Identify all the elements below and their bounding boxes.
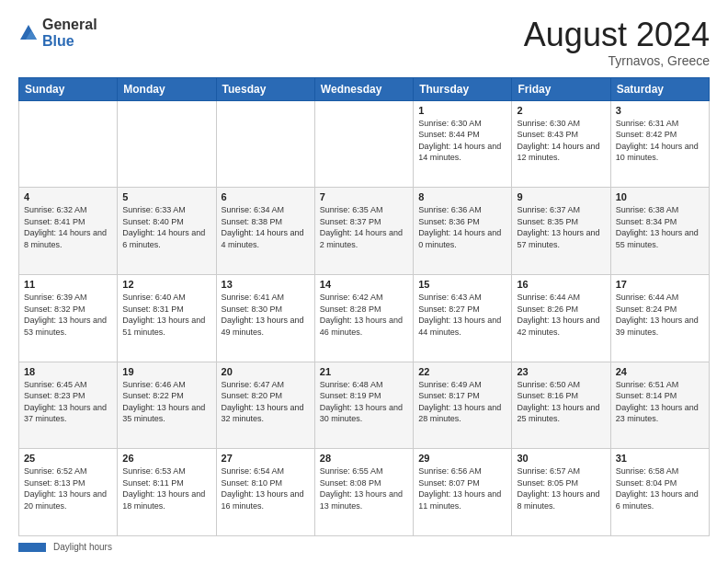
day-info: Sunrise: 6:38 AM Sunset: 8:34 PM Dayligh… bbox=[616, 204, 704, 250]
day-number: 22 bbox=[418, 366, 506, 377]
day-number: 4 bbox=[24, 191, 112, 202]
day-info: Sunrise: 6:44 AM Sunset: 8:26 PM Dayligh… bbox=[517, 292, 605, 338]
day-info: Sunrise: 6:56 AM Sunset: 8:07 PM Dayligh… bbox=[418, 465, 506, 511]
day-number: 7 bbox=[320, 191, 408, 202]
header-day-wednesday: Wednesday bbox=[314, 77, 413, 100]
day-number: 13 bbox=[222, 279, 310, 290]
calendar-cell: 6Sunrise: 6:34 AM Sunset: 8:38 PM Daylig… bbox=[216, 188, 314, 275]
calendar-cell: 22Sunrise: 6:49 AM Sunset: 8:17 PM Dayli… bbox=[414, 362, 512, 449]
page: General Blue August 2024 Tyrnavos, Greec… bbox=[0, 0, 728, 563]
calendar-cell: 26Sunrise: 6:53 AM Sunset: 8:11 PM Dayli… bbox=[118, 449, 216, 536]
day-info: Sunrise: 6:43 AM Sunset: 8:27 PM Dayligh… bbox=[418, 292, 506, 338]
week-row-1: 4Sunrise: 6:32 AM Sunset: 8:41 PM Daylig… bbox=[19, 188, 710, 275]
logo-icon bbox=[18, 23, 39, 43]
day-info: Sunrise: 6:49 AM Sunset: 8:17 PM Dayligh… bbox=[418, 379, 506, 425]
day-number: 30 bbox=[517, 453, 605, 464]
day-info: Sunrise: 6:39 AM Sunset: 8:32 PM Dayligh… bbox=[24, 292, 112, 338]
day-number: 5 bbox=[122, 191, 210, 202]
calendar-cell: 29Sunrise: 6:56 AM Sunset: 8:07 PM Dayli… bbox=[414, 449, 512, 536]
subtitle: Tyrnavos, Greece bbox=[524, 53, 710, 68]
calendar-cell: 11Sunrise: 6:39 AM Sunset: 8:32 PM Dayli… bbox=[19, 274, 118, 362]
calendar-cell: 1Sunrise: 6:30 AM Sunset: 8:44 PM Daylig… bbox=[414, 100, 512, 188]
calendar-cell: 15Sunrise: 6:43 AM Sunset: 8:27 PM Dayli… bbox=[414, 274, 512, 362]
day-number: 20 bbox=[222, 366, 310, 377]
day-info: Sunrise: 6:40 AM Sunset: 8:31 PM Dayligh… bbox=[122, 292, 210, 338]
calendar-cell: 17Sunrise: 6:44 AM Sunset: 8:24 PM Dayli… bbox=[610, 274, 709, 362]
calendar-cell: 20Sunrise: 6:47 AM Sunset: 8:20 PM Dayli… bbox=[216, 362, 314, 449]
day-info: Sunrise: 6:48 AM Sunset: 8:19 PM Dayligh… bbox=[320, 379, 408, 425]
day-number: 12 bbox=[122, 279, 210, 290]
calendar-cell bbox=[118, 100, 216, 188]
day-info: Sunrise: 6:34 AM Sunset: 8:38 PM Dayligh… bbox=[222, 204, 310, 250]
calendar-cell: 2Sunrise: 6:30 AM Sunset: 8:43 PM Daylig… bbox=[512, 100, 610, 188]
day-info: Sunrise: 6:44 AM Sunset: 8:24 PM Dayligh… bbox=[616, 292, 704, 338]
calendar-cell: 10Sunrise: 6:38 AM Sunset: 8:34 PM Dayli… bbox=[610, 188, 709, 275]
calendar-cell: 30Sunrise: 6:57 AM Sunset: 8:05 PM Dayli… bbox=[512, 449, 610, 536]
calendar-cell: 27Sunrise: 6:54 AM Sunset: 8:10 PM Dayli… bbox=[216, 449, 314, 536]
footer-label: Daylight hours bbox=[53, 542, 112, 552]
calendar-cell: 25Sunrise: 6:52 AM Sunset: 8:13 PM Dayli… bbox=[19, 449, 118, 536]
day-info: Sunrise: 6:47 AM Sunset: 8:20 PM Dayligh… bbox=[222, 379, 310, 425]
day-info: Sunrise: 6:53 AM Sunset: 8:11 PM Dayligh… bbox=[122, 465, 210, 511]
day-info: Sunrise: 6:54 AM Sunset: 8:10 PM Dayligh… bbox=[222, 465, 310, 511]
week-row-0: 1Sunrise: 6:30 AM Sunset: 8:44 PM Daylig… bbox=[19, 100, 710, 188]
daylight-bar-icon bbox=[18, 543, 46, 552]
calendar-cell: 16Sunrise: 6:44 AM Sunset: 8:26 PM Dayli… bbox=[512, 274, 610, 362]
day-info: Sunrise: 6:33 AM Sunset: 8:40 PM Dayligh… bbox=[122, 204, 210, 250]
day-number: 25 bbox=[24, 453, 112, 464]
calendar-cell: 12Sunrise: 6:40 AM Sunset: 8:31 PM Dayli… bbox=[118, 274, 216, 362]
day-number: 2 bbox=[517, 105, 605, 116]
calendar-cell: 8Sunrise: 6:36 AM Sunset: 8:36 PM Daylig… bbox=[414, 188, 512, 275]
day-info: Sunrise: 6:52 AM Sunset: 8:13 PM Dayligh… bbox=[24, 465, 112, 511]
logo-text: General Blue bbox=[42, 17, 97, 49]
header-day-thursday: Thursday bbox=[414, 77, 512, 100]
day-number: 3 bbox=[616, 105, 704, 116]
day-info: Sunrise: 6:42 AM Sunset: 8:28 PM Dayligh… bbox=[320, 292, 408, 338]
day-number: 18 bbox=[24, 366, 112, 377]
day-number: 17 bbox=[616, 279, 704, 290]
day-info: Sunrise: 6:55 AM Sunset: 8:08 PM Dayligh… bbox=[320, 465, 408, 511]
day-number: 24 bbox=[616, 366, 704, 377]
day-info: Sunrise: 6:37 AM Sunset: 8:35 PM Dayligh… bbox=[517, 204, 605, 250]
calendar-cell bbox=[216, 100, 314, 188]
calendar-cell: 23Sunrise: 6:50 AM Sunset: 8:16 PM Dayli… bbox=[512, 362, 610, 449]
day-number: 21 bbox=[320, 366, 408, 377]
calendar-cell: 5Sunrise: 6:33 AM Sunset: 8:40 PM Daylig… bbox=[118, 188, 216, 275]
day-number: 19 bbox=[122, 366, 210, 377]
day-number: 16 bbox=[517, 279, 605, 290]
day-number: 31 bbox=[616, 453, 704, 464]
calendar-cell: 31Sunrise: 6:58 AM Sunset: 8:04 PM Dayli… bbox=[610, 449, 709, 536]
week-row-3: 18Sunrise: 6:45 AM Sunset: 8:23 PM Dayli… bbox=[19, 362, 710, 449]
calendar-cell bbox=[19, 100, 118, 188]
header-day-saturday: Saturday bbox=[610, 77, 709, 100]
calendar-cell: 18Sunrise: 6:45 AM Sunset: 8:23 PM Dayli… bbox=[19, 362, 118, 449]
calendar-cell: 21Sunrise: 6:48 AM Sunset: 8:19 PM Dayli… bbox=[314, 362, 413, 449]
day-info: Sunrise: 6:57 AM Sunset: 8:05 PM Dayligh… bbox=[517, 465, 605, 511]
day-info: Sunrise: 6:30 AM Sunset: 8:44 PM Dayligh… bbox=[418, 118, 506, 164]
day-number: 14 bbox=[320, 279, 408, 290]
calendar-cell: 19Sunrise: 6:46 AM Sunset: 8:22 PM Dayli… bbox=[118, 362, 216, 449]
day-info: Sunrise: 6:31 AM Sunset: 8:42 PM Dayligh… bbox=[616, 118, 704, 164]
calendar-cell: 13Sunrise: 6:41 AM Sunset: 8:30 PM Dayli… bbox=[216, 274, 314, 362]
day-info: Sunrise: 6:45 AM Sunset: 8:23 PM Dayligh… bbox=[24, 379, 112, 425]
week-row-2: 11Sunrise: 6:39 AM Sunset: 8:32 PM Dayli… bbox=[19, 274, 710, 362]
header-day-monday: Monday bbox=[118, 77, 216, 100]
footer: Daylight hours bbox=[18, 542, 710, 552]
day-info: Sunrise: 6:50 AM Sunset: 8:16 PM Dayligh… bbox=[517, 379, 605, 425]
header-day-sunday: Sunday bbox=[19, 77, 118, 100]
calendar-cell: 4Sunrise: 6:32 AM Sunset: 8:41 PM Daylig… bbox=[19, 188, 118, 275]
header-day-tuesday: Tuesday bbox=[216, 77, 314, 100]
day-number: 1 bbox=[418, 105, 506, 116]
calendar-cell: 9Sunrise: 6:37 AM Sunset: 8:35 PM Daylig… bbox=[512, 188, 610, 275]
day-number: 8 bbox=[418, 191, 506, 202]
calendar-table: SundayMondayTuesdayWednesdayThursdayFrid… bbox=[18, 77, 710, 536]
day-info: Sunrise: 6:32 AM Sunset: 8:41 PM Dayligh… bbox=[24, 204, 112, 250]
day-number: 26 bbox=[122, 453, 210, 464]
calendar-cell: 28Sunrise: 6:55 AM Sunset: 8:08 PM Dayli… bbox=[314, 449, 413, 536]
logo-blue: Blue bbox=[42, 33, 97, 50]
day-info: Sunrise: 6:46 AM Sunset: 8:22 PM Dayligh… bbox=[122, 379, 210, 425]
calendar-cell: 3Sunrise: 6:31 AM Sunset: 8:42 PM Daylig… bbox=[610, 100, 709, 188]
day-number: 6 bbox=[222, 191, 310, 202]
logo: General Blue bbox=[18, 17, 97, 49]
day-info: Sunrise: 6:51 AM Sunset: 8:14 PM Dayligh… bbox=[616, 379, 704, 425]
